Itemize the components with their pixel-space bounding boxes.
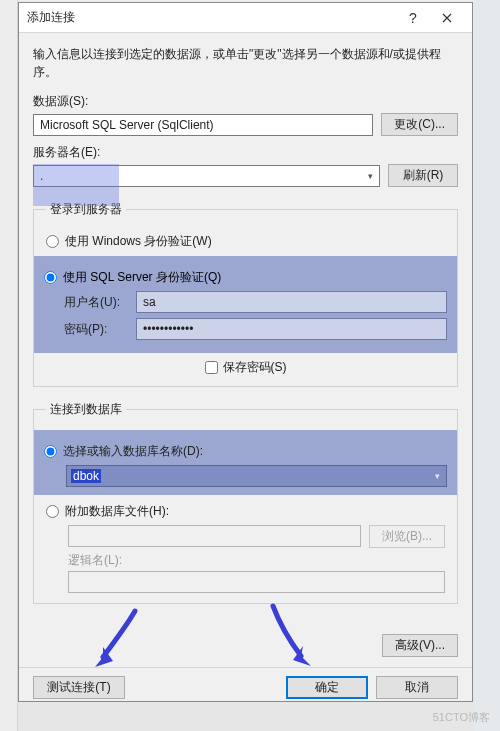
select-db-panel: 选择或输入数据库名称(D): dbok ▾ [34, 430, 457, 495]
select-db-radio[interactable] [44, 445, 57, 458]
watermark: 51CTO博客 [433, 710, 490, 725]
auth-sql-row[interactable]: 使用 SQL Server 身份验证(Q) [44, 269, 447, 286]
attach-file-input [68, 525, 361, 547]
auth-windows-row[interactable]: 使用 Windows 身份验证(W) [46, 233, 445, 250]
browse-button: 浏览(B)... [369, 525, 445, 548]
auth-windows-label: 使用 Windows 身份验证(W) [65, 233, 212, 250]
advanced-button[interactable]: 高级(V)... [382, 634, 458, 657]
cancel-button[interactable]: 取消 [376, 676, 458, 699]
save-password-row[interactable]: 保存密码(S) [46, 359, 445, 376]
auth-windows-radio[interactable] [46, 235, 59, 248]
save-password-checkbox[interactable] [205, 361, 218, 374]
server-name-input[interactable] [33, 165, 380, 187]
password-label: 密码(P): [64, 321, 130, 338]
select-db-label: 选择或输入数据库名称(D): [63, 443, 203, 460]
auth-sql-panel: 使用 SQL Server 身份验证(Q) 用户名(U): 密码(P): [34, 256, 457, 353]
dialog-title: 添加连接 [27, 9, 396, 26]
server-name-label: 服务器名(E): [33, 144, 458, 161]
dialog-add-connection: 添加连接 ? 输入信息以连接到选定的数据源，或单击"更改"选择另一个数据源和/或… [18, 2, 473, 702]
auth-sql-radio[interactable] [44, 271, 57, 284]
refresh-button[interactable]: 刷新(R) [388, 164, 458, 187]
db-group: 连接到数据库 选择或输入数据库名称(D): dbok ▾ 附加数据库文件(H): [33, 401, 458, 604]
data-source-label: 数据源(S): [33, 93, 458, 110]
ok-button[interactable]: 确定 [286, 676, 368, 699]
intro-text: 输入信息以连接到选定的数据源，或单击"更改"选择另一个数据源和/或提供程序。 [33, 45, 458, 81]
close-button[interactable] [430, 7, 464, 29]
login-group-legend: 登录到服务器 [46, 201, 126, 218]
logical-name-label: 逻辑名(L): [68, 552, 122, 569]
server-name-combo[interactable]: ▾ [33, 165, 380, 187]
logical-name-input [68, 571, 445, 593]
close-icon [442, 13, 452, 23]
login-group: 登录到服务器 使用 Windows 身份验证(W) 使用 SQL Server … [33, 201, 458, 387]
auth-sql-label: 使用 SQL Server 身份验证(Q) [63, 269, 221, 286]
db-group-legend: 连接到数据库 [46, 401, 126, 418]
chevron-down-icon[interactable]: ▾ [428, 466, 446, 486]
change-button[interactable]: 更改(C)... [381, 113, 458, 136]
titlebar: 添加连接 ? [19, 3, 472, 33]
data-source-field [33, 114, 373, 136]
db-name-combo[interactable]: dbok ▾ [66, 465, 447, 487]
db-name-value: dbok [71, 469, 101, 483]
username-label: 用户名(U): [64, 294, 130, 311]
attach-db-row[interactable]: 附加数据库文件(H): [46, 503, 445, 520]
username-input[interactable] [136, 291, 447, 313]
password-input[interactable] [136, 318, 447, 340]
select-db-row[interactable]: 选择或输入数据库名称(D): [44, 443, 447, 460]
chevron-down-icon[interactable]: ▾ [361, 166, 379, 186]
attach-db-radio[interactable] [46, 505, 59, 518]
save-password-label: 保存密码(S) [223, 359, 287, 376]
attach-db-label: 附加数据库文件(H): [65, 503, 169, 520]
test-connection-button[interactable]: 测试连接(T) [33, 676, 125, 699]
help-button[interactable]: ? [396, 7, 430, 29]
